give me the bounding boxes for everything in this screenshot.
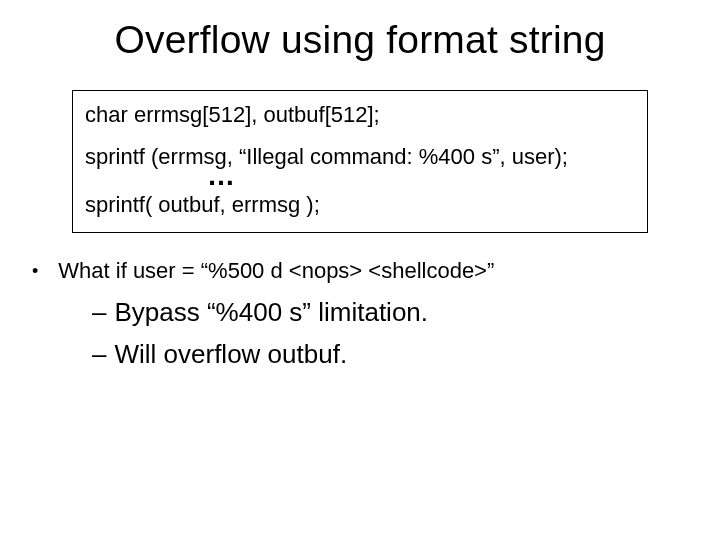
- dash-icon: –: [92, 295, 106, 329]
- code-sprintf-1: sprintf (errmsg, “Illegal command: %400 …: [85, 143, 635, 171]
- body-content: • What if user = “%500 d <nops> <shellco…: [62, 257, 658, 371]
- code-ellipsis: …: [85, 168, 635, 185]
- code-sprintf-2: sprintf( outbuf, errmsg );: [85, 191, 635, 219]
- bullet-item: • What if user = “%500 d <nops> <shellco…: [62, 257, 658, 285]
- bullet-question: What if user = “%500 d <nops> <shellcode…: [58, 257, 494, 285]
- bullet-icon: •: [32, 257, 38, 285]
- code-box: char errmsg[512], outbuf[512]; sprintf (…: [72, 90, 648, 233]
- dash-item-2: – Will overflow outbuf.: [92, 337, 658, 371]
- dash-icon: –: [92, 337, 106, 371]
- dash-text-1: Bypass “%400 s” limitation.: [114, 295, 428, 329]
- dash-item-1: – Bypass “%400 s” limitation.: [92, 295, 658, 329]
- code-declaration: char errmsg[512], outbuf[512];: [85, 101, 635, 129]
- slide-title: Overflow using format string: [40, 18, 680, 62]
- dash-text-2: Will overflow outbuf.: [114, 337, 347, 371]
- slide: Overflow using format string char errmsg…: [0, 0, 720, 540]
